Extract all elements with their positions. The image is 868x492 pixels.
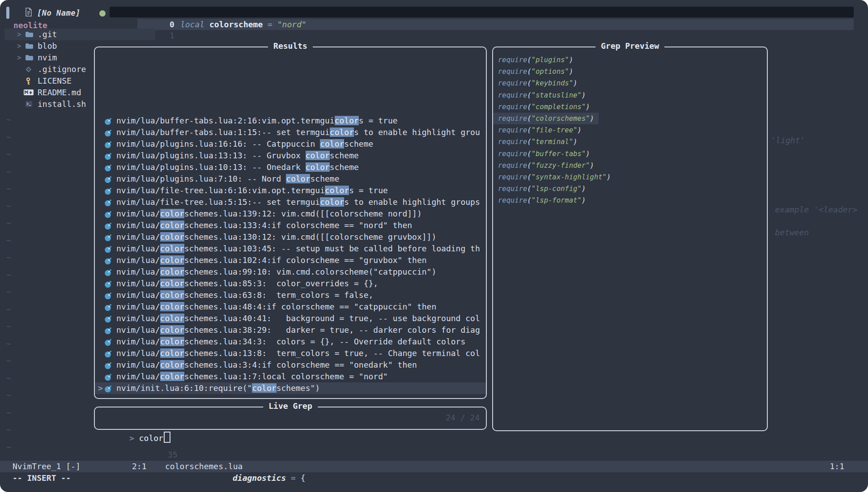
grep-result-row[interactable]: >nvim/lua/plugins.lua:7:10: -- Nord colo…: [95, 173, 486, 185]
line-number-0: 0: [170, 19, 174, 30]
live-grep-window: Live Grep > color 24 / 24: [94, 407, 487, 430]
preview-code-line: require("statusline"): [498, 89, 766, 101]
result-match-highlight: color: [252, 383, 276, 393]
chevron-right-icon[interactable]: >: [17, 29, 21, 40]
results-list: >nvim/lua/buffer-tabs.lua:2:16:vim.opt.t…: [95, 115, 486, 394]
result-text-pre: nvim/lua/buffer-tabs.lua:1:15:-- set ter…: [116, 127, 330, 137]
statusline-file-name: colorschemes.lua: [165, 461, 243, 472]
grep-result-row[interactable]: >nvim/lua/file-tree.lua:5:15:-- set term…: [95, 196, 486, 208]
result-text-pre: nvim/lua/: [116, 314, 160, 323]
code-token: ): [586, 103, 590, 111]
tilde-marker: ~: [6, 271, 11, 280]
result-text-post: schemes.lua:1:7:local colorscheme = "nor…: [184, 372, 388, 381]
grep-result-row[interactable]: >nvim/lua/plugins.lua:16:16: -- Catppucc…: [95, 138, 486, 150]
tilde-marker: ~: [6, 391, 11, 400]
grep-result-row[interactable]: >nvim/lua/file-tree.lua:6:16:vim.opt.ter…: [95, 185, 486, 196]
result-match-highlight: color: [160, 244, 184, 253]
selection-caret-icon: >: [98, 382, 103, 394]
editor-cursorline[interactable]: 0 local colorscheme = "nord": [137, 19, 854, 30]
grep-result-row[interactable]: >nvim/init.lua:6:10:require("colorscheme…: [95, 382, 486, 394]
tilde-marker: ~: [6, 322, 11, 331]
preview-code-line: require("completions"): [498, 101, 766, 113]
lua-file-icon: [104, 128, 112, 138]
code-token: (: [527, 91, 531, 99]
grep-result-row[interactable]: >nvim/lua/buffer-tabs.lua:2:16:vim.opt.t…: [95, 115, 486, 127]
result-text-post: scheme: [330, 151, 359, 160]
result-match-highlight: color: [325, 186, 349, 195]
result-match-highlight: color: [160, 302, 184, 311]
statusline-cursor-position: 2:1: [132, 461, 147, 472]
result-text-post: schemes.lua:99:10: vim.cmd.colorscheme("…: [184, 267, 437, 276]
lua-file-icon: [104, 233, 112, 243]
result-text-post: schemes.lua:40:41: background = true, --…: [184, 314, 480, 323]
code-token: (: [527, 103, 531, 111]
grep-result-row[interactable]: >nvim/lua/colorschemes.lua:130:12: vim.c…: [95, 231, 486, 243]
preview-code-line: require("options"): [498, 66, 766, 77]
grep-result-row[interactable]: >nvim/lua/colorschemes.lua:139:12: vim.c…: [95, 208, 486, 220]
tilde-marker: ~: [6, 288, 11, 297]
chevron-right-icon[interactable]: >: [17, 40, 21, 52]
grep-result-row[interactable]: >nvim/lua/colorschemes.lua:40:41: backgr…: [95, 313, 486, 324]
result-text-pre: nvim/lua/plugins.lua:7:10: -- Nord: [116, 174, 286, 183]
filetree-item-label: blob: [38, 40, 57, 52]
grep-result-row[interactable]: >nvim/lua/colorschemes.lua:48:4:if color…: [95, 301, 486, 313]
code-token: ): [582, 185, 586, 193]
chevron-right-icon[interactable]: >: [17, 52, 21, 64]
grep-result-row[interactable]: >nvim/lua/colorschemes.lua:38:29: darker…: [95, 324, 486, 336]
code-token: require: [498, 138, 527, 146]
grep-result-row[interactable]: >nvim/lua/colorschemes.lua:85:3: color_o…: [95, 278, 486, 289]
grep-result-row[interactable]: >nvim/lua/colorschemes.lua:99:10: vim.cm…: [95, 266, 486, 278]
result-text-pre: nvim/lua/: [116, 267, 160, 276]
result-text-post: schemes.lua:103:45: -- setup must be cal…: [184, 244, 480, 253]
results-window: Results >nvim/lua/buffer-tabs.lua:2:16:v…: [94, 47, 487, 399]
lua-file-icon: [104, 280, 112, 289]
preview-code-line: require("lsp-config"): [498, 183, 766, 195]
result-text-pre: nvim/lua/: [116, 232, 160, 242]
grep-result-row[interactable]: >nvim/lua/colorschemes.lua:13:8: term_co…: [95, 348, 486, 359]
result-text-post: schemes.lua:85:3: color_overrides = {},: [184, 279, 378, 288]
clipped-text-fragment: example '<leader>: [775, 205, 857, 214]
filetree-item-git[interactable]: >.git: [4, 29, 155, 40]
result-text-post: schemes.lua:63:8: term_colors = false,: [184, 290, 374, 300]
buffer-tab[interactable]: [No Name]: [25, 6, 81, 20]
grep-result-row[interactable]: >nvim/lua/plugins.lua:13:13: -- Gruvbox …: [95, 150, 486, 161]
code-token: require: [498, 173, 527, 181]
grep-result-row[interactable]: >nvim/lua/colorschemes.lua:103:45: -- se…: [95, 243, 486, 254]
preview-code-line: require("file-tree"): [498, 124, 766, 136]
lua-file-icon: [104, 221, 112, 231]
lua-file-icon: [104, 349, 112, 359]
lua-file-icon: [104, 361, 112, 371]
result-text-pre: nvim/lua/: [116, 279, 160, 288]
result-match-highlight: color: [335, 116, 359, 125]
grep-result-row[interactable]: >nvim/lua/colorschemes.lua:1:7:local col…: [95, 371, 486, 382]
code-token: ): [569, 68, 573, 76]
grep-result-row[interactable]: >nvim/lua/colorschemes.lua:34:3: colors …: [95, 336, 486, 348]
code-token: (: [527, 126, 531, 134]
grep-result-row[interactable]: >nvim/lua/colorschemes.lua:102:4:if colo…: [95, 254, 486, 266]
code-token: "options": [532, 68, 569, 76]
buffer-line-36: 36 diagnostics = {: [0, 449, 19, 461]
result-text-pre: nvim/lua/buffer-tabs.lua:2:16:vim.opt.te…: [116, 116, 335, 125]
live-grep-input[interactable]: > color: [100, 407, 170, 469]
code-token: ): [573, 79, 577, 87]
code-token: "colorschemes": [532, 115, 590, 123]
code-token: {: [296, 473, 306, 483]
result-text-pre: nvim/lua/: [116, 348, 160, 358]
grep-preview-lines: require("plugins")require("options")requ…: [493, 54, 766, 206]
preview-code-line: require("lsp-format"): [498, 195, 766, 206]
lua-file-icon: [104, 163, 112, 173]
grep-result-row[interactable]: >nvim/lua/colorschemes.lua:133:4:if colo…: [95, 220, 486, 231]
preview-code-line: require("buffer-tabs"): [498, 148, 766, 160]
grep-result-row[interactable]: >nvim/lua/buffer-tabs.lua:1:15:-- set te…: [95, 127, 486, 138]
grep-result-row[interactable]: >nvim/lua/plugins.lua:10:13: -- Onedark …: [95, 161, 486, 173]
grep-result-row[interactable]: >nvim/lua/colorschemes.lua:63:8: term_co…: [95, 289, 486, 301]
code-token: "keybinds": [532, 79, 573, 87]
markdown-icon: [23, 89, 34, 96]
code-token: (: [527, 196, 531, 204]
result-match-highlight: color: [160, 209, 184, 218]
prompt-caret: >: [129, 433, 139, 443]
result-text-post: s = true: [349, 186, 388, 195]
grep-result-row[interactable]: >nvim/lua/colorschemes.lua:3:4:if colors…: [95, 359, 486, 371]
lua-file-icon: [104, 175, 112, 185]
lua-file-icon: [104, 140, 112, 150]
